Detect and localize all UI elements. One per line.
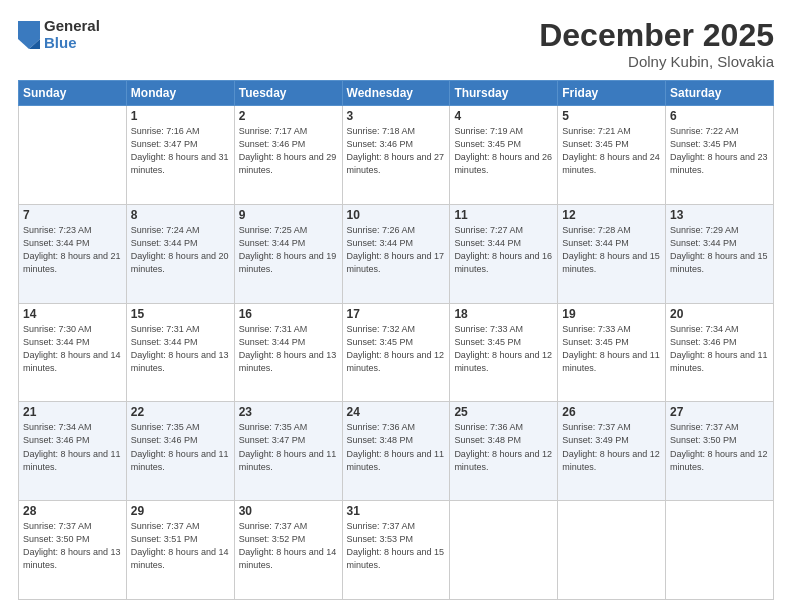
calendar-cell: 24 Sunrise: 7:36 AMSunset: 3:48 PMDaylig…	[342, 402, 450, 501]
calendar-cell: 26 Sunrise: 7:37 AMSunset: 3:49 PMDaylig…	[558, 402, 666, 501]
weekday-header-thursday: Thursday	[450, 81, 558, 106]
day-detail: Sunrise: 7:37 AMSunset: 3:51 PMDaylight:…	[131, 521, 229, 570]
calendar-cell: 29 Sunrise: 7:37 AMSunset: 3:51 PMDaylig…	[126, 501, 234, 600]
logo-general: General	[44, 18, 100, 35]
calendar-week-row: 28 Sunrise: 7:37 AMSunset: 3:50 PMDaylig…	[19, 501, 774, 600]
calendar-cell: 25 Sunrise: 7:36 AMSunset: 3:48 PMDaylig…	[450, 402, 558, 501]
day-detail: Sunrise: 7:37 AMSunset: 3:53 PMDaylight:…	[347, 521, 445, 570]
day-number: 25	[454, 405, 553, 419]
day-detail: Sunrise: 7:35 AMSunset: 3:46 PMDaylight:…	[131, 422, 229, 471]
calendar-cell: 28 Sunrise: 7:37 AMSunset: 3:50 PMDaylig…	[19, 501, 127, 600]
calendar-cell: 17 Sunrise: 7:32 AMSunset: 3:45 PMDaylig…	[342, 303, 450, 402]
logo-icon	[18, 21, 40, 49]
calendar-cell: 10 Sunrise: 7:26 AMSunset: 3:44 PMDaylig…	[342, 204, 450, 303]
day-number: 14	[23, 307, 122, 321]
calendar-cell: 20 Sunrise: 7:34 AMSunset: 3:46 PMDaylig…	[666, 303, 774, 402]
calendar-cell: 27 Sunrise: 7:37 AMSunset: 3:50 PMDaylig…	[666, 402, 774, 501]
day-detail: Sunrise: 7:34 AMSunset: 3:46 PMDaylight:…	[670, 324, 768, 373]
day-detail: Sunrise: 7:34 AMSunset: 3:46 PMDaylight:…	[23, 422, 121, 471]
day-number: 18	[454, 307, 553, 321]
calendar-table: SundayMondayTuesdayWednesdayThursdayFrid…	[18, 80, 774, 600]
day-detail: Sunrise: 7:31 AMSunset: 3:44 PMDaylight:…	[239, 324, 337, 373]
calendar-cell: 12 Sunrise: 7:28 AMSunset: 3:44 PMDaylig…	[558, 204, 666, 303]
calendar-cell: 18 Sunrise: 7:33 AMSunset: 3:45 PMDaylig…	[450, 303, 558, 402]
day-detail: Sunrise: 7:37 AMSunset: 3:50 PMDaylight:…	[23, 521, 121, 570]
calendar-week-row: 21 Sunrise: 7:34 AMSunset: 3:46 PMDaylig…	[19, 402, 774, 501]
day-number: 5	[562, 109, 661, 123]
calendar-cell: 8 Sunrise: 7:24 AMSunset: 3:44 PMDayligh…	[126, 204, 234, 303]
day-detail: Sunrise: 7:37 AMSunset: 3:50 PMDaylight:…	[670, 422, 768, 471]
logo-blue: Blue	[44, 35, 100, 52]
day-number: 23	[239, 405, 338, 419]
title-block: December 2025 Dolny Kubin, Slovakia	[539, 18, 774, 70]
logo-text: General Blue	[44, 18, 100, 51]
calendar-cell: 23 Sunrise: 7:35 AMSunset: 3:47 PMDaylig…	[234, 402, 342, 501]
day-detail: Sunrise: 7:37 AMSunset: 3:52 PMDaylight:…	[239, 521, 337, 570]
calendar-cell: 9 Sunrise: 7:25 AMSunset: 3:44 PMDayligh…	[234, 204, 342, 303]
calendar-cell: 5 Sunrise: 7:21 AMSunset: 3:45 PMDayligh…	[558, 106, 666, 205]
day-number: 1	[131, 109, 230, 123]
day-detail: Sunrise: 7:16 AMSunset: 3:47 PMDaylight:…	[131, 126, 229, 175]
day-number: 26	[562, 405, 661, 419]
calendar-cell: 31 Sunrise: 7:37 AMSunset: 3:53 PMDaylig…	[342, 501, 450, 600]
day-detail: Sunrise: 7:32 AMSunset: 3:45 PMDaylight:…	[347, 324, 445, 373]
day-number: 6	[670, 109, 769, 123]
day-detail: Sunrise: 7:33 AMSunset: 3:45 PMDaylight:…	[562, 324, 660, 373]
day-number: 2	[239, 109, 338, 123]
day-number: 24	[347, 405, 446, 419]
day-detail: Sunrise: 7:29 AMSunset: 3:44 PMDaylight:…	[670, 225, 768, 274]
day-detail: Sunrise: 7:21 AMSunset: 3:45 PMDaylight:…	[562, 126, 660, 175]
day-number: 9	[239, 208, 338, 222]
calendar-cell	[666, 501, 774, 600]
month-title: December 2025	[539, 18, 774, 53]
calendar-cell	[450, 501, 558, 600]
calendar-cell: 7 Sunrise: 7:23 AMSunset: 3:44 PMDayligh…	[19, 204, 127, 303]
day-detail: Sunrise: 7:28 AMSunset: 3:44 PMDaylight:…	[562, 225, 660, 274]
weekday-header-saturday: Saturday	[666, 81, 774, 106]
weekday-header-wednesday: Wednesday	[342, 81, 450, 106]
calendar-week-row: 7 Sunrise: 7:23 AMSunset: 3:44 PMDayligh…	[19, 204, 774, 303]
day-number: 27	[670, 405, 769, 419]
day-detail: Sunrise: 7:35 AMSunset: 3:47 PMDaylight:…	[239, 422, 337, 471]
day-number: 11	[454, 208, 553, 222]
day-number: 31	[347, 504, 446, 518]
day-detail: Sunrise: 7:31 AMSunset: 3:44 PMDaylight:…	[131, 324, 229, 373]
day-number: 7	[23, 208, 122, 222]
day-detail: Sunrise: 7:22 AMSunset: 3:45 PMDaylight:…	[670, 126, 768, 175]
calendar-header-row: SundayMondayTuesdayWednesdayThursdayFrid…	[19, 81, 774, 106]
day-number: 10	[347, 208, 446, 222]
day-detail: Sunrise: 7:26 AMSunset: 3:44 PMDaylight:…	[347, 225, 445, 274]
day-detail: Sunrise: 7:18 AMSunset: 3:46 PMDaylight:…	[347, 126, 445, 175]
day-detail: Sunrise: 7:23 AMSunset: 3:44 PMDaylight:…	[23, 225, 121, 274]
day-number: 29	[131, 504, 230, 518]
calendar-cell: 14 Sunrise: 7:30 AMSunset: 3:44 PMDaylig…	[19, 303, 127, 402]
calendar-cell: 2 Sunrise: 7:17 AMSunset: 3:46 PMDayligh…	[234, 106, 342, 205]
calendar-cell: 11 Sunrise: 7:27 AMSunset: 3:44 PMDaylig…	[450, 204, 558, 303]
day-number: 13	[670, 208, 769, 222]
day-detail: Sunrise: 7:17 AMSunset: 3:46 PMDaylight:…	[239, 126, 337, 175]
day-number: 20	[670, 307, 769, 321]
day-detail: Sunrise: 7:27 AMSunset: 3:44 PMDaylight:…	[454, 225, 552, 274]
calendar-cell: 21 Sunrise: 7:34 AMSunset: 3:46 PMDaylig…	[19, 402, 127, 501]
day-number: 21	[23, 405, 122, 419]
calendar-cell: 16 Sunrise: 7:31 AMSunset: 3:44 PMDaylig…	[234, 303, 342, 402]
day-number: 12	[562, 208, 661, 222]
day-number: 17	[347, 307, 446, 321]
day-detail: Sunrise: 7:30 AMSunset: 3:44 PMDaylight:…	[23, 324, 121, 373]
calendar-cell: 3 Sunrise: 7:18 AMSunset: 3:46 PMDayligh…	[342, 106, 450, 205]
calendar-week-row: 14 Sunrise: 7:30 AMSunset: 3:44 PMDaylig…	[19, 303, 774, 402]
day-detail: Sunrise: 7:24 AMSunset: 3:44 PMDaylight:…	[131, 225, 229, 274]
day-number: 16	[239, 307, 338, 321]
calendar-cell: 1 Sunrise: 7:16 AMSunset: 3:47 PMDayligh…	[126, 106, 234, 205]
page: General Blue December 2025 Dolny Kubin, …	[0, 0, 792, 612]
day-number: 22	[131, 405, 230, 419]
day-number: 4	[454, 109, 553, 123]
calendar-cell	[558, 501, 666, 600]
day-number: 3	[347, 109, 446, 123]
calendar-cell: 19 Sunrise: 7:33 AMSunset: 3:45 PMDaylig…	[558, 303, 666, 402]
day-number: 19	[562, 307, 661, 321]
day-number: 8	[131, 208, 230, 222]
location: Dolny Kubin, Slovakia	[539, 53, 774, 70]
calendar-cell: 13 Sunrise: 7:29 AMSunset: 3:44 PMDaylig…	[666, 204, 774, 303]
day-detail: Sunrise: 7:25 AMSunset: 3:44 PMDaylight:…	[239, 225, 337, 274]
